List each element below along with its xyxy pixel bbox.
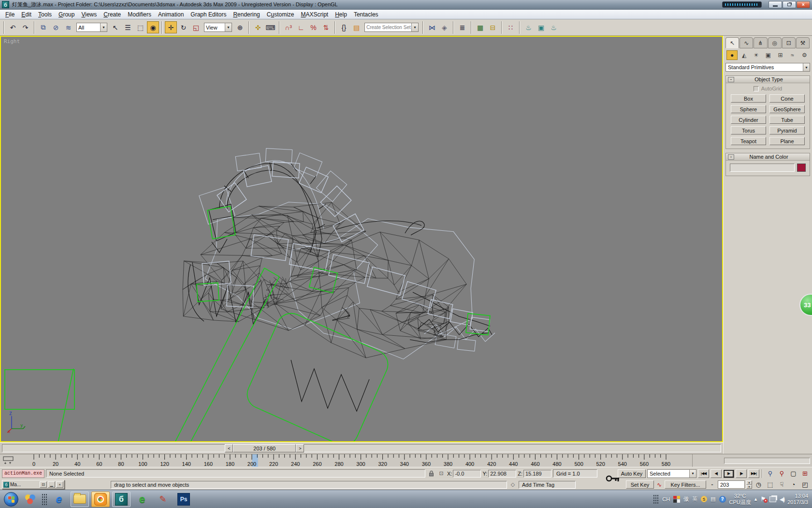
file-explorer-button[interactable] (71, 492, 89, 507)
cylinder-button[interactable]: Cylinder (731, 116, 766, 124)
key-selection-set-dropdown[interactable]: Selected ▼ (647, 469, 696, 478)
cat-shapes[interactable]: ◭ (739, 50, 750, 60)
tab-hierarchy[interactable]: ⋔ (754, 37, 767, 48)
key-filters-button[interactable]: Key Filters... (665, 480, 706, 489)
name-color-header[interactable]: - Name and Color (726, 153, 810, 161)
minimized-window[interactable]: б Ma... ⊡ ▁ × (2, 480, 65, 489)
tab-modify[interactable]: ∿ (740, 37, 753, 48)
bind-to-space-warp-button[interactable]: ≋ (62, 21, 74, 33)
edit-named-selection-sets-button[interactable]: {} (338, 21, 350, 33)
add-time-tag[interactable]: Add Time Tag (519, 481, 576, 489)
collapse-icon[interactable]: - (728, 77, 734, 82)
time-slider-track[interactable] (2, 444, 721, 452)
viewport-label[interactable]: Right (4, 38, 20, 45)
z-field[interactable]: 15.189 (523, 470, 551, 478)
unlink-selection-button[interactable]: ⊘ (50, 21, 62, 33)
menu-tentacles[interactable]: Tentacles (350, 10, 382, 19)
key-mode-toggle[interactable]: ▪▪ (708, 480, 716, 489)
cone-button[interactable]: Cone (769, 94, 805, 103)
snap-toggle-3d-button[interactable]: ∩³ (282, 21, 294, 33)
restore-window-button[interactable]: ⊡ (40, 481, 47, 488)
box-button[interactable]: Box (731, 94, 766, 103)
use-pivot-point-center-button[interactable]: ⊕ (234, 21, 246, 33)
torus-button[interactable]: Torus (731, 126, 766, 134)
material-editor-button[interactable]: ∷ (505, 21, 517, 33)
time-ruler[interactable]: 0204060801001201401601802002202402602803… (15, 454, 692, 467)
tray-expand-arrow[interactable]: ▴ (754, 496, 757, 502)
clock[interactable]: 13:04 2017/3/3 (787, 493, 808, 505)
curve-editor-button[interactable]: ▦ (474, 21, 486, 33)
network-icon[interactable] (769, 496, 776, 502)
menu-edit[interactable]: Edit (18, 10, 35, 19)
show-desktop-dots[interactable] (42, 493, 47, 505)
menu-views[interactable]: Views (78, 10, 100, 19)
arc-rotate-icon[interactable]: ◔ (788, 480, 798, 489)
menu-modifiers[interactable]: Modifiers (124, 10, 155, 19)
select-by-name-button[interactable]: ☰ (122, 21, 134, 33)
layer-manager-button[interactable]: ≣ (456, 21, 468, 33)
render-setup-button[interactable]: ♨ (522, 21, 535, 33)
zoom-region-icon[interactable]: ⬚ (765, 480, 775, 489)
teapot-button[interactable]: Teapot (731, 137, 766, 145)
paint-app-icon[interactable]: ✎ (154, 492, 172, 507)
menu-maxscript[interactable]: MAXScript (298, 10, 332, 19)
schematic-view-button[interactable]: ⊟ (487, 21, 499, 33)
cat-systems[interactable]: ⚙ (799, 50, 810, 60)
previous-frame-button[interactable]: ◀| (710, 469, 722, 478)
auto-key-button[interactable]: Auto Key (618, 469, 646, 478)
menu-tools[interactable]: Tools (35, 10, 55, 19)
close-button[interactable]: × (797, 1, 810, 8)
menu-customize[interactable]: Customize (263, 10, 298, 19)
spinner-snap-toggle-button[interactable]: ⇅ (320, 21, 332, 33)
zoom-extents-icon[interactable]: ▢ (788, 469, 798, 478)
green-browser-icon[interactable]: e (133, 492, 151, 507)
menu-help[interactable]: Help (332, 10, 350, 19)
select-and-manipulate-button[interactable]: ✜ (252, 21, 264, 33)
autogrid-checkbox[interactable] (754, 86, 759, 91)
tube-button[interactable]: Tube (769, 116, 805, 124)
tab-utilities[interactable]: ⚒ (796, 37, 810, 48)
ime-mode-2[interactable]: 英 (692, 495, 697, 503)
y-field[interactable]: 22.908 (488, 470, 516, 478)
set-keys-key-icon[interactable] (605, 469, 621, 488)
pyramid-button[interactable]: Pyramid (769, 126, 805, 134)
menu-animation[interactable]: Animation (155, 10, 187, 19)
start-button[interactable] (4, 492, 18, 507)
menu-rendering[interactable]: Rendering (230, 10, 263, 19)
3dsmax-taskbar-button[interactable]: б (112, 492, 130, 507)
frame-indicator[interactable]: 203 / 580 (233, 444, 296, 452)
zoom-extents-all-icon[interactable]: ⊞ (800, 469, 810, 478)
pan-hand-icon[interactable]: ☟ (777, 480, 787, 489)
chevron-down-icon[interactable]: ▼ (411, 23, 418, 31)
frame-spinner[interactable]: ▲▼ (746, 480, 752, 489)
restore-button[interactable] (783, 1, 796, 8)
menu-graph-editors[interactable]: Graph Editors (187, 10, 230, 19)
mirror-button[interactable]: ⋈ (426, 21, 438, 33)
object-name-input[interactable] (730, 164, 795, 172)
select-and-rotate-button[interactable]: ↻ (177, 21, 189, 33)
rectangular-selection-region-button[interactable]: ⬚ (134, 21, 146, 33)
cat-space-warps[interactable]: ≈ (787, 50, 798, 60)
maximize-viewport-icon[interactable]: ◰ (800, 480, 810, 489)
primitives-dropdown[interactable]: Standard Primitives ▼ (725, 63, 810, 72)
action-center-flag-icon[interactable]: ⚑× (760, 495, 766, 503)
open-mini-curve-editor-button[interactable] (2, 455, 14, 466)
cat-lights[interactable]: ☀ (751, 50, 762, 60)
minimize-button[interactable] (768, 1, 782, 8)
tab-create[interactable]: ↖ (725, 37, 739, 48)
close-window-button[interactable]: × (56, 481, 63, 488)
quick-render-button[interactable]: ♨ (548, 21, 560, 33)
sphere-button[interactable]: Sphere (731, 105, 766, 113)
app-icon-colorballs[interactable] (21, 492, 39, 507)
notes-icon[interactable]: ▤ (710, 496, 715, 502)
ime-mode-1[interactable]: 傲 (683, 495, 689, 503)
set-key-button[interactable]: Set Key (626, 480, 654, 489)
speaker-icon[interactable]: ◀) (780, 496, 784, 503)
reference-coordinate-system-dropdown[interactable]: View▼ (204, 23, 232, 32)
go-to-end-button[interactable]: ▶▶| (748, 469, 759, 478)
photoshop-button[interactable]: Ps (174, 492, 193, 507)
selection-filter-dropdown[interactable]: All▼ (76, 23, 107, 32)
chevron-down-icon[interactable]: ▼ (803, 63, 810, 71)
time-configuration-icon[interactable]: ◷ (754, 480, 764, 489)
chevron-down-icon[interactable]: ▼ (100, 23, 107, 31)
